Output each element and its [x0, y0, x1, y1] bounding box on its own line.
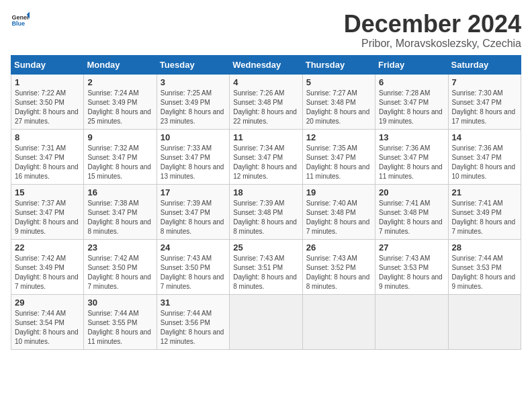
calendar-table: SundayMondayTuesdayWednesdayThursdayFrid… [11, 55, 521, 350]
calendar-day-12[interactable]: 12 Sunrise: 7:35 AMSunset: 3:47 PMDaylig… [302, 129, 375, 184]
calendar-day-7[interactable]: 7 Sunrise: 7:30 AMSunset: 3:47 PMDayligh… [448, 74, 521, 129]
svg-text:General: General [11, 14, 30, 21]
calendar-day-25[interactable]: 25 Sunrise: 7:43 AMSunset: 3:51 PMDaylig… [230, 239, 302, 294]
day-number: 16 [87, 187, 152, 197]
calendar-day-19[interactable]: 19 Sunrise: 7:40 AMSunset: 3:48 PMDaylig… [302, 184, 375, 239]
calendar-day-4[interactable]: 4 Sunrise: 7:26 AMSunset: 3:48 PMDayligh… [230, 74, 302, 129]
title-area: December 2024 Pribor, Moravskoslezsky, C… [344, 11, 521, 50]
day-info: Sunrise: 7:44 AMSunset: 3:54 PMDaylight:… [15, 310, 79, 345]
calendar-day-29[interactable]: 29 Sunrise: 7:44 AMSunset: 3:54 PMDaylig… [11, 294, 84, 349]
calendar-empty-cell [230, 294, 302, 349]
calendar-day-22[interactable]: 22 Sunrise: 7:42 AMSunset: 3:49 PMDaylig… [11, 239, 84, 294]
logo-icon: General Blue [11, 11, 30, 30]
calendar-day-18[interactable]: 18 Sunrise: 7:39 AMSunset: 3:48 PMDaylig… [230, 184, 302, 239]
day-number: 1 [15, 77, 80, 87]
day-number: 9 [87, 132, 152, 142]
day-info: Sunrise: 7:28 AMSunset: 3:47 PMDaylight:… [379, 89, 443, 125]
calendar-day-21[interactable]: 21 Sunrise: 7:41 AMSunset: 3:49 PMDaylig… [448, 184, 521, 239]
day-info: Sunrise: 7:39 AMSunset: 3:47 PMDaylight:… [161, 199, 224, 235]
calendar-week-row: 8 Sunrise: 7:31 AMSunset: 3:47 PMDayligh… [11, 129, 521, 184]
day-info: Sunrise: 7:35 AMSunset: 3:47 PMDaylight:… [306, 144, 370, 180]
calendar-day-13[interactable]: 13 Sunrise: 7:36 AMSunset: 3:47 PMDaylig… [375, 129, 448, 184]
calendar-day-27[interactable]: 27 Sunrise: 7:43 AMSunset: 3:53 PMDaylig… [375, 239, 448, 294]
header: General Blue December 2024 Pribor, Morav… [11, 11, 521, 50]
calendar-header-tuesday: Tuesday [157, 55, 229, 74]
calendar-header-friday: Friday [375, 55, 448, 74]
day-info: Sunrise: 7:41 AMSunset: 3:48 PMDaylight:… [379, 199, 443, 235]
calendar-day-8[interactable]: 8 Sunrise: 7:31 AMSunset: 3:47 PMDayligh… [11, 129, 84, 184]
calendar-header-monday: Monday [84, 55, 157, 74]
day-info: Sunrise: 7:37 AMSunset: 3:47 PMDaylight:… [15, 199, 79, 235]
calendar-day-11[interactable]: 11 Sunrise: 7:34 AMSunset: 3:47 PMDaylig… [230, 129, 302, 184]
calendar-day-20[interactable]: 20 Sunrise: 7:41 AMSunset: 3:48 PMDaylig… [375, 184, 448, 239]
calendar-day-16[interactable]: 16 Sunrise: 7:38 AMSunset: 3:47 PMDaylig… [84, 184, 157, 239]
calendar-day-1[interactable]: 1 Sunrise: 7:22 AMSunset: 3:50 PMDayligh… [11, 74, 84, 129]
day-info: Sunrise: 7:25 AMSunset: 3:49 PMDaylight:… [161, 89, 224, 125]
day-info: Sunrise: 7:44 AMSunset: 3:53 PMDaylight:… [452, 255, 516, 290]
day-number: 11 [233, 132, 298, 142]
day-info: Sunrise: 7:39 AMSunset: 3:48 PMDaylight:… [233, 199, 297, 235]
day-number: 7 [452, 77, 517, 87]
day-number: 20 [379, 187, 444, 197]
day-number: 2 [87, 77, 152, 87]
calendar-header-sunday: Sunday [11, 55, 84, 74]
day-number: 29 [15, 298, 80, 308]
day-number: 17 [161, 187, 226, 197]
day-number: 24 [161, 242, 226, 253]
day-info: Sunrise: 7:43 AMSunset: 3:53 PMDaylight:… [379, 255, 443, 290]
calendar-header-row: SundayMondayTuesdayWednesdayThursdayFrid… [11, 55, 521, 74]
calendar-day-23[interactable]: 23 Sunrise: 7:42 AMSunset: 3:50 PMDaylig… [84, 239, 157, 294]
day-number: 3 [161, 77, 226, 87]
calendar-empty-cell [302, 294, 375, 349]
calendar-empty-cell [448, 294, 521, 349]
calendar-day-3[interactable]: 3 Sunrise: 7:25 AMSunset: 3:49 PMDayligh… [157, 74, 229, 129]
day-info: Sunrise: 7:43 AMSunset: 3:52 PMDaylight:… [306, 255, 370, 290]
calendar-week-row: 1 Sunrise: 7:22 AMSunset: 3:50 PMDayligh… [11, 74, 521, 129]
location-title: Pribor, Moravskoslezsky, Czechia [344, 38, 521, 50]
day-number: 21 [452, 187, 517, 197]
calendar-day-17[interactable]: 17 Sunrise: 7:39 AMSunset: 3:47 PMDaylig… [157, 184, 229, 239]
day-info: Sunrise: 7:24 AMSunset: 3:49 PMDaylight:… [87, 89, 151, 125]
calendar-header-wednesday: Wednesday [230, 55, 302, 74]
calendar-week-row: 29 Sunrise: 7:44 AMSunset: 3:54 PMDaylig… [11, 294, 521, 349]
day-info: Sunrise: 7:44 AMSunset: 3:56 PMDaylight:… [161, 310, 224, 345]
calendar-day-10[interactable]: 10 Sunrise: 7:33 AMSunset: 3:47 PMDaylig… [157, 129, 229, 184]
day-info: Sunrise: 7:44 AMSunset: 3:55 PMDaylight:… [87, 310, 151, 345]
day-number: 25 [233, 242, 298, 253]
calendar-day-14[interactable]: 14 Sunrise: 7:36 AMSunset: 3:47 PMDaylig… [448, 129, 521, 184]
calendar-day-28[interactable]: 28 Sunrise: 7:44 AMSunset: 3:53 PMDaylig… [448, 239, 521, 294]
calendar-empty-cell [375, 294, 448, 349]
day-info: Sunrise: 7:26 AMSunset: 3:48 PMDaylight:… [233, 89, 297, 125]
day-info: Sunrise: 7:36 AMSunset: 3:47 PMDaylight:… [452, 144, 516, 180]
calendar-day-9[interactable]: 9 Sunrise: 7:32 AMSunset: 3:47 PMDayligh… [84, 129, 157, 184]
day-number: 30 [87, 298, 152, 308]
calendar-week-row: 15 Sunrise: 7:37 AMSunset: 3:47 PMDaylig… [11, 184, 521, 239]
day-info: Sunrise: 7:40 AMSunset: 3:48 PMDaylight:… [306, 199, 370, 235]
calendar-header-saturday: Saturday [448, 55, 521, 74]
calendar-day-24[interactable]: 24 Sunrise: 7:43 AMSunset: 3:50 PMDaylig… [157, 239, 229, 294]
calendar-day-2[interactable]: 2 Sunrise: 7:24 AMSunset: 3:49 PMDayligh… [84, 74, 157, 129]
calendar-day-15[interactable]: 15 Sunrise: 7:37 AMSunset: 3:47 PMDaylig… [11, 184, 84, 239]
day-number: 22 [15, 242, 80, 253]
day-info: Sunrise: 7:33 AMSunset: 3:47 PMDaylight:… [161, 144, 224, 180]
calendar-week-row: 22 Sunrise: 7:42 AMSunset: 3:49 PMDaylig… [11, 239, 521, 294]
day-number: 18 [233, 187, 298, 197]
day-number: 28 [452, 242, 517, 253]
day-number: 19 [306, 187, 371, 197]
calendar-day-5[interactable]: 5 Sunrise: 7:27 AMSunset: 3:48 PMDayligh… [302, 74, 375, 129]
calendar-day-6[interactable]: 6 Sunrise: 7:28 AMSunset: 3:47 PMDayligh… [375, 74, 448, 129]
calendar-day-31[interactable]: 31 Sunrise: 7:44 AMSunset: 3:56 PMDaylig… [157, 294, 229, 349]
day-number: 31 [161, 298, 226, 308]
day-info: Sunrise: 7:42 AMSunset: 3:50 PMDaylight:… [87, 255, 151, 290]
day-number: 14 [452, 132, 517, 142]
day-number: 4 [233, 77, 298, 87]
day-number: 10 [161, 132, 226, 142]
calendar-header-thursday: Thursday [302, 55, 375, 74]
day-number: 27 [379, 242, 444, 253]
day-info: Sunrise: 7:31 AMSunset: 3:47 PMDaylight:… [15, 144, 79, 180]
day-info: Sunrise: 7:36 AMSunset: 3:47 PMDaylight:… [379, 144, 443, 180]
calendar-day-30[interactable]: 30 Sunrise: 7:44 AMSunset: 3:55 PMDaylig… [84, 294, 157, 349]
day-number: 8 [15, 132, 80, 142]
day-info: Sunrise: 7:43 AMSunset: 3:50 PMDaylight:… [161, 255, 224, 290]
calendar-day-26[interactable]: 26 Sunrise: 7:43 AMSunset: 3:52 PMDaylig… [302, 239, 375, 294]
